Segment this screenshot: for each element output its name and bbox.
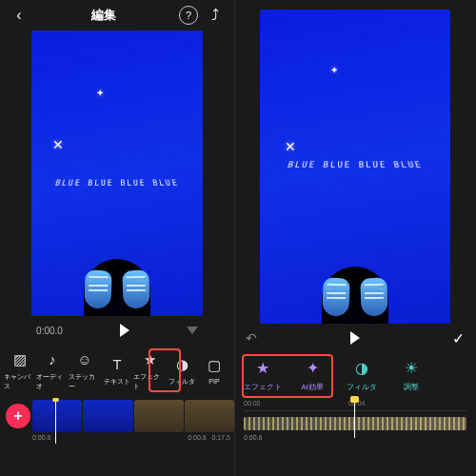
fx-adjust-icon: ☀	[400, 356, 423, 379]
tool-label: ステッカー	[69, 372, 101, 391]
fx-effect-icon: ★	[251, 356, 274, 379]
fx-effect[interactable]: ★ エフェクト	[242, 356, 284, 392]
tool-label: オーディオ	[36, 372, 69, 391]
time-label: 0:00.8	[32, 434, 50, 441]
canvas-tool-icon: ▨	[10, 350, 30, 369]
tool-label: PIP	[208, 378, 219, 385]
video-clip[interactable]	[83, 400, 132, 432]
back-icon[interactable]: ‹	[10, 6, 29, 25]
play-button[interactable]	[350, 331, 360, 345]
effects-toolbar: ★ エフェクト✦ AI効果◑ フィルタ☀ 調整	[234, 352, 476, 400]
effect-tool-icon: ★	[140, 350, 159, 369]
confirm-icon[interactable]: ✓	[452, 329, 465, 347]
fx-label: フィルタ	[347, 382, 377, 392]
header: ‹ 編集 ? ⤴	[0, 0, 234, 30]
audio-track[interactable]	[244, 417, 466, 430]
fx-label: 調整	[404, 382, 419, 392]
tool-label: キャンバス	[4, 372, 36, 391]
fx-label: エフェクト	[244, 382, 282, 392]
playhead[interactable]	[55, 400, 56, 444]
timeline-start-time: 0:00.0	[36, 326, 63, 336]
fx-ai-icon: ✦	[301, 356, 324, 379]
page-title: 編集	[29, 7, 179, 24]
share-icon[interactable]: ⤴	[206, 6, 225, 25]
fx-label: AI効果	[301, 382, 324, 392]
filter-tool[interactable]: ◑ フィルタ	[166, 355, 198, 387]
editor-screen-effects: ✕ ✦ BLUE BLUE BLUE BLUE ↶ ✓ ★ エフェクト✦ AI効…	[234, 0, 476, 476]
filter-tool-icon: ◑	[172, 355, 191, 374]
video-clip[interactable]	[134, 400, 184, 432]
pip-tool-icon: ▢	[205, 356, 224, 375]
collapse-icon[interactable]	[187, 327, 198, 334]
sticker-tool[interactable]: ☺ ステッカー	[69, 350, 101, 391]
canvas-tool[interactable]: ▨ キャンバス	[4, 350, 36, 391]
tool-label: エフェクト	[133, 372, 166, 391]
timeline[interactable]: 00:00 00:04 0:00.8	[234, 400, 476, 453]
effect-tool[interactable]: ★ エフェクト	[133, 350, 166, 391]
time-label: 0:00.8 0:17.5	[188, 434, 230, 441]
play-button[interactable]	[120, 324, 129, 337]
text-tool-icon: T	[108, 355, 127, 374]
preview-canvas[interactable]: ✕ ✦ BLUE BLUE BLUE BLUE	[260, 10, 450, 324]
fx-ai[interactable]: ✦ AI効果	[291, 356, 333, 392]
subject-feet	[31, 248, 203, 316]
tool-label: テキスト	[104, 377, 130, 387]
sparkle-icon: ✕	[52, 137, 64, 152]
ruler-label: 00:00	[244, 400, 261, 407]
bottom-toolbar: ▨ キャンバス♪ オーディオ☺ ステッカーT テキスト★ エフェクト◑ フィルタ…	[0, 345, 234, 396]
audio-tool-icon: ♪	[43, 350, 62, 369]
text-tool[interactable]: T テキスト	[101, 355, 133, 387]
subject-feet	[260, 255, 450, 324]
sparkle-icon: ✦	[96, 88, 104, 98]
sparkle-icon: ✕	[285, 139, 296, 154]
overlay-text: BLUE BLUE BLUE BLUE	[260, 161, 450, 169]
video-clip[interactable]	[32, 400, 82, 432]
preview-canvas[interactable]: ✕ ✦ BLUE BLUE BLUE BLUE	[31, 30, 203, 316]
audio-tool[interactable]: ♪ オーディオ	[36, 350, 69, 391]
sparkle-icon: ✦	[330, 65, 338, 75]
add-button[interactable]: +	[6, 404, 30, 428]
editor-screen-main: ‹ 編集 ? ⤴ ✕ ✦ BLUE BLUE BLUE BLUE 0:00.0 …	[0, 0, 234, 476]
time-label: 0:00.8	[244, 430, 466, 441]
tool-label: フィルタ	[169, 377, 195, 387]
overlay-text: BLUE BLUE BLUE BLUE	[31, 179, 203, 187]
pip-tool[interactable]: ▢ PIP	[198, 356, 230, 385]
fx-filter[interactable]: ◑ フィルタ	[341, 356, 383, 392]
undo-icon[interactable]: ↶	[246, 330, 257, 346]
help-icon[interactable]: ?	[179, 6, 198, 25]
sticker-tool-icon: ☺	[75, 350, 94, 369]
playhead[interactable]	[354, 400, 355, 438]
fx-filter-icon: ◑	[350, 356, 373, 379]
video-clip[interactable]	[185, 400, 234, 432]
timeline[interactable]: + 0:00.8 0:00.8 0:17.5	[0, 400, 234, 457]
fx-adjust[interactable]: ☀ 調整	[390, 356, 432, 392]
